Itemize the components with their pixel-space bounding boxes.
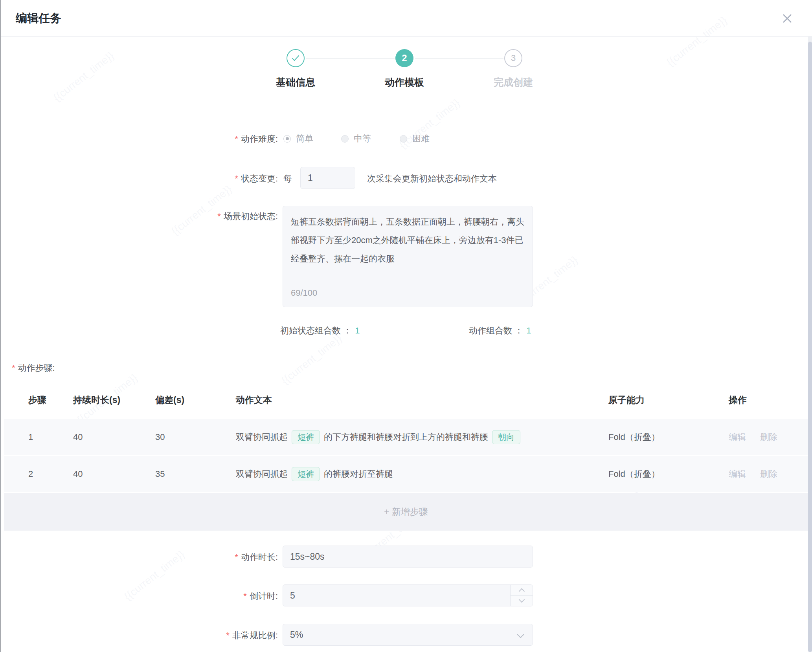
col-header-step: 步骤 bbox=[28, 394, 73, 406]
add-step-button[interactable]: + 新增步骤 bbox=[4, 493, 808, 531]
duration-input[interactable]: 15s~80s bbox=[283, 546, 533, 568]
step-1-label: 基础信息 bbox=[244, 76, 347, 89]
number-stepper bbox=[510, 585, 533, 606]
cell-step: 2 bbox=[28, 469, 73, 479]
col-header-deviation: 偏差(s) bbox=[155, 394, 236, 406]
state-change-prefix: 每 bbox=[283, 173, 292, 185]
increment-button[interactable] bbox=[511, 585, 533, 596]
required-mark: * bbox=[235, 134, 238, 144]
state-change-suffix: 次采集会更新初始状态和动作文本 bbox=[367, 173, 497, 185]
object-tag: 短裤 bbox=[292, 430, 320, 444]
step-3-number: 3 bbox=[511, 53, 516, 63]
scrollbar-thumb[interactable] bbox=[808, 42, 812, 652]
action-combo-count: 动作组合数 ：1 bbox=[469, 325, 531, 337]
cell-action-text: 双臂协同抓起短裤的裤腰对折至裤腿 bbox=[236, 467, 608, 481]
watermark-text: {{current_time}} bbox=[279, 332, 344, 387]
cell-deviation: 35 bbox=[155, 469, 236, 479]
dialog-header: 编辑任务 bbox=[0, 0, 812, 36]
initial-state-label: *场景初始状态: bbox=[217, 211, 278, 222]
decrement-button[interactable] bbox=[511, 596, 533, 606]
unusual-ratio-value: 5% bbox=[290, 630, 303, 640]
header-divider bbox=[0, 36, 808, 37]
chevron-down-icon bbox=[517, 631, 524, 638]
edit-task-dialog: {{current_time}} {{current_time}} {{curr… bbox=[0, 0, 812, 652]
cell-ability: Fold（折叠） bbox=[608, 431, 729, 443]
unusual-ratio-select[interactable]: 5% bbox=[283, 624, 533, 646]
duration-label: *动作时长: bbox=[235, 551, 278, 563]
close-button[interactable] bbox=[780, 11, 795, 26]
required-mark: * bbox=[243, 591, 247, 601]
radio-unselected-icon bbox=[341, 135, 349, 143]
cell-step: 1 bbox=[28, 432, 73, 442]
required-mark: * bbox=[235, 552, 238, 562]
step-1-circle bbox=[287, 49, 305, 67]
col-header-operations: 操作 bbox=[729, 394, 808, 406]
table-row: 1 40 30 双臂协同抓起短裤的下方裤腿和裤腰对折到上方的裤腿和裤腰朝向 Fo… bbox=[4, 419, 808, 455]
watermark-text: {{current_time}} bbox=[51, 49, 116, 104]
step-connector-2 bbox=[415, 58, 503, 59]
delete-link[interactable]: 删除 bbox=[760, 469, 777, 479]
edit-link[interactable]: 编辑 bbox=[729, 432, 746, 442]
chevron-down-icon bbox=[518, 597, 525, 603]
radio-selected-icon bbox=[283, 135, 291, 143]
step-2-circle: 2 bbox=[395, 49, 413, 67]
radio-option-easy[interactable]: 简单 bbox=[283, 134, 313, 144]
step-2-label: 动作模板 bbox=[353, 76, 456, 89]
check-icon bbox=[292, 53, 299, 60]
radio-option-hard[interactable]: 困难 bbox=[400, 134, 430, 144]
cell-duration: 40 bbox=[73, 469, 155, 479]
initial-state-textarea[interactable]: 短裤五条数据背面朝上，五条数据正面朝上，裤腰朝右，离头部视野下方至少20cm之外… bbox=[283, 206, 533, 307]
char-counter: 69/100 bbox=[291, 284, 317, 302]
difficulty-label: *动作难度: bbox=[235, 133, 278, 145]
col-header-duration: 持续时长(s) bbox=[73, 394, 155, 406]
cell-duration: 40 bbox=[73, 432, 155, 442]
cell-operations: 编辑 删除 bbox=[729, 468, 808, 480]
col-header-ability: 原子能力 bbox=[608, 394, 729, 406]
table-row: 2 40 35 双臂协同抓起短裤的裤腰对折至裤腿 Fold（折叠） 编辑 删除 bbox=[4, 456, 808, 492]
duration-value: 15s~80s bbox=[290, 551, 325, 562]
cell-action-text: 双臂协同抓起短裤的下方裤腿和裤腰对折到上方的裤腿和裤腰朝向 bbox=[236, 430, 608, 444]
action-steps-table: 步骤 持续时长(s) 偏差(s) 动作文本 原子能力 操作 1 40 30 双臂… bbox=[4, 381, 808, 531]
close-icon bbox=[781, 13, 793, 24]
step-connector-1 bbox=[306, 58, 395, 59]
table-header-row: 步骤 持续时长(s) 偏差(s) 动作文本 原子能力 操作 bbox=[4, 381, 808, 419]
initial-combo-count: 初始状态组合数 ：1 bbox=[280, 325, 360, 337]
state-change-value: 1 bbox=[308, 173, 313, 183]
unusual-ratio-label: *非常规比例: bbox=[226, 630, 278, 641]
countdown-input[interactable]: 5 bbox=[283, 584, 533, 606]
radio-option-medium[interactable]: 中等 bbox=[341, 134, 371, 144]
cell-ability: Fold（折叠） bbox=[608, 468, 729, 480]
edit-link[interactable]: 编辑 bbox=[729, 469, 746, 479]
step-3-label: 完成创建 bbox=[462, 76, 564, 89]
cell-deviation: 30 bbox=[155, 432, 236, 442]
required-mark: * bbox=[235, 174, 238, 183]
delete-link[interactable]: 删除 bbox=[760, 432, 777, 442]
countdown-label: *倒计时: bbox=[243, 590, 278, 602]
cell-operations: 编辑 删除 bbox=[729, 431, 808, 443]
required-mark: * bbox=[226, 630, 230, 640]
watermark-text: {{current_time}} bbox=[122, 548, 187, 603]
initial-combo-value: 1 bbox=[355, 326, 360, 335]
required-mark: * bbox=[217, 211, 221, 221]
required-mark: * bbox=[12, 363, 15, 373]
state-change-label: *状态变更: bbox=[235, 173, 278, 185]
chevron-up-icon bbox=[518, 588, 525, 594]
countdown-value: 5 bbox=[290, 590, 295, 601]
col-header-action-text: 动作文本 bbox=[236, 394, 608, 406]
step-2-number: 2 bbox=[402, 53, 407, 64]
state-change-input[interactable]: 1 bbox=[300, 167, 355, 189]
radio-unselected-icon bbox=[400, 135, 407, 143]
action-combo-value: 1 bbox=[526, 326, 531, 335]
scrollbar-track bbox=[808, 36, 812, 652]
initial-state-text: 短裤五条数据背面朝上，五条数据正面朝上，裤腰朝右，离头部视野下方至少20cm之外… bbox=[291, 212, 525, 268]
object-tag: 短裤 bbox=[292, 467, 320, 481]
action-steps-caption: *动作步骤: bbox=[12, 362, 55, 374]
step-3-circle: 3 bbox=[504, 49, 522, 67]
window-edge bbox=[0, 0, 1, 652]
dialog-title: 编辑任务 bbox=[16, 0, 61, 36]
orientation-tag: 朝向 bbox=[492, 430, 520, 444]
